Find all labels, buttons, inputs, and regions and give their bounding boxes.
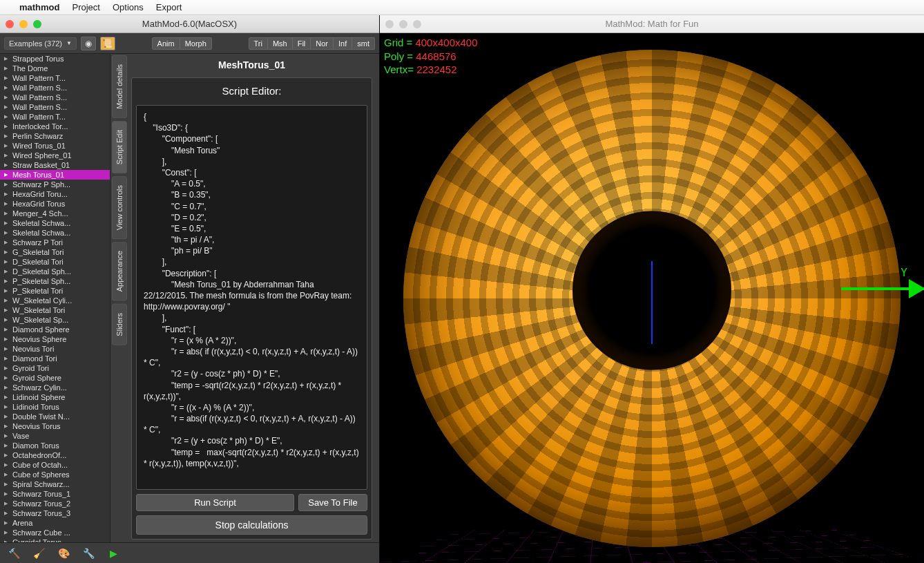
globe-icon[interactable]: ◉ [81,37,96,50]
anim-button[interactable]: Anim [152,37,180,50]
tri-button[interactable]: Tri [249,37,268,50]
run-script-button[interactable]: Run Script [136,494,294,511]
tree-item[interactable]: Straw Basket_01 [0,160,110,170]
brush-icon[interactable]: 🧹 [32,546,46,560]
tree-item[interactable]: P_Skeletal Sph... [0,276,110,286]
top-toolbar: Examples (372) ▼ ◉ 📜 Anim Morph Tri Msh … [0,33,379,54]
vtab-sliders[interactable]: Sliders [112,304,127,345]
play-icon[interactable]: ▶ [106,546,120,560]
examples-combo[interactable]: Examples (372) ▼ [4,37,77,50]
inf-button[interactable]: Inf [334,37,352,50]
zoom-icon[interactable] [33,20,41,28]
tree-item[interactable]: Diamond Sphere [0,325,110,334]
save-to-file-button[interactable]: Save To File [298,494,367,511]
tree-item[interactable]: D_Skeletal Sph... [0,267,110,276]
tree-item[interactable]: Interlocked Tor... [0,122,110,131]
tree-item[interactable]: Schwarz Torus_2 [0,499,110,508]
tree-item[interactable]: G_Skeletal Tori [0,247,110,257]
hud-grid-label: Grid = [384,37,412,48]
y-axis-label: Y [901,266,907,279]
tree-item[interactable]: Menger_4 Sch... [0,209,110,218]
stop-calculations-button[interactable]: Stop calculations [136,515,367,535]
menu-export[interactable]: Export [156,2,182,12]
palette-icon[interactable]: 🎨 [57,546,70,560]
examples-combo-label: Examples (372) [9,39,62,48]
model-name-label: MeshTorus_01 [131,57,372,73]
tree-item[interactable]: Skeletal Schwa... [0,228,110,238]
tree-item[interactable]: Neovius Tori [0,344,110,354]
viewport-window: MathMod: Math for Fun Y Grid = 400x400x4… [380,15,924,563]
tree-item[interactable]: Neovius Sphere [0,334,110,344]
script-panel: Script Editor: { "Iso3D": { "Component":… [131,77,372,540]
tree-item[interactable]: Double Twist N... [0,412,110,421]
tree-item[interactable]: Mesh Torus_01 [0,170,110,180]
tree-item[interactable]: Vase [0,431,110,441]
zoom-icon[interactable] [413,20,421,28]
tree-item[interactable]: Neovius Torus [0,421,110,431]
tree-item[interactable]: Skeletal Schwa... [0,218,110,228]
morph-button[interactable]: Morph [180,37,212,50]
tree-item[interactable]: Lidinoid Sphere [0,392,110,402]
tree-item[interactable]: Cube of Octah... [0,460,110,470]
tree-item[interactable]: Diamon Torus [0,441,110,450]
tree-item[interactable]: Gyroid Sphere [0,373,110,383]
smt-button[interactable]: smt [352,37,375,50]
app-menu[interactable]: mathmod [19,2,60,12]
script-textarea[interactable]: { "Iso3D": { "Component": [ "Mesh Torus"… [136,105,367,490]
nor-button[interactable]: Nor [311,37,334,50]
y-axis-arrow [841,287,924,290]
tree-item[interactable]: Spiral Schwarz... [0,479,110,489]
wrench-icon[interactable]: 🔧 [81,546,95,560]
menu-options[interactable]: Options [113,2,144,12]
viewport-titlebar[interactable]: MathMod: Math for Fun [380,15,924,33]
tree-item[interactable]: Schwarz P Tori [0,238,110,247]
editor-titlebar[interactable]: MathMod-6.0(MacOSX) [0,15,379,33]
vertical-tabs: Model detailsScript EditView controlsApp… [110,54,128,542]
tree-item[interactable]: Lidinoid Torus [0,402,110,412]
vtab-appearance[interactable]: Appearance [112,242,127,300]
tree-item[interactable]: D_Skeletal Tori [0,257,110,267]
tree-item[interactable]: Arena [0,518,110,528]
tree-item[interactable]: Gyroid Tori [0,363,110,373]
tree-item[interactable]: HexaGrid Torus [0,199,110,209]
tree-item[interactable]: Wall Pattern T... [0,112,110,122]
tree-item[interactable]: Wired Sphere_01 [0,151,110,160]
hud-grid-value: 400x400x400 [415,37,477,48]
tree-item[interactable]: Wired Torus_01 [0,141,110,151]
model-tree[interactable]: Strapped TorusThe DomeWall Pattern T...W… [0,54,110,542]
tree-item[interactable]: Diamond Tori [0,354,110,363]
tree-item[interactable]: Schwarz Cube ... [0,528,110,537]
tree-item[interactable]: The Dome [0,64,110,73]
tree-item[interactable]: W_Skeletal Tori [0,305,110,315]
tree-item[interactable]: Wall Pattern S... [0,83,110,93]
vtab-model-details[interactable]: Model details [112,55,127,118]
close-icon[interactable] [385,20,394,28]
tree-item[interactable]: HexaGrid Toru... [0,189,110,199]
tree-item[interactable]: Schwarz P Sph... [0,180,110,189]
tree-item[interactable]: W_Skeletal Cyli... [0,296,110,305]
tree-item[interactable]: Wall Pattern S... [0,102,110,112]
msh-button[interactable]: Msh [268,37,293,50]
vtab-view-controls[interactable]: View controls [112,176,127,239]
tree-item[interactable]: Strapped Torus [0,54,110,64]
minimize-icon[interactable] [19,20,28,28]
tree-item[interactable]: Perlin Schwarz [0,131,110,141]
hammer-icon[interactable]: 🔨 [7,546,21,560]
script-icon[interactable]: 📜 [100,37,115,50]
tree-item[interactable]: Cube of Spheres [0,470,110,479]
menu-project[interactable]: Project [73,2,100,12]
tree-item[interactable]: Wall Pattern S... [0,93,110,102]
tree-item[interactable]: P_Skeletal Tori [0,286,110,296]
vtab-script-edit[interactable]: Script Edit [112,121,127,173]
fil-button[interactable]: Fil [293,37,311,50]
tree-item[interactable]: W_Skeletal Sp... [0,315,110,325]
close-icon[interactable] [6,20,14,28]
tree-item[interactable]: Schwarz Torus_1 [0,489,110,499]
tree-item[interactable]: Schwarz Torus_3 [0,508,110,518]
tree-item[interactable]: Schwarz Cylin... [0,383,110,392]
tree-item[interactable]: Gyroidal Torus [0,537,110,542]
3d-viewport[interactable]: Y Grid = 400x400x400 Poly = 4468576 Vert… [380,33,924,563]
tree-item[interactable]: OctahedronOf... [0,450,110,460]
minimize-icon[interactable] [399,20,407,28]
tree-item[interactable]: Wall Pattern T... [0,73,110,83]
